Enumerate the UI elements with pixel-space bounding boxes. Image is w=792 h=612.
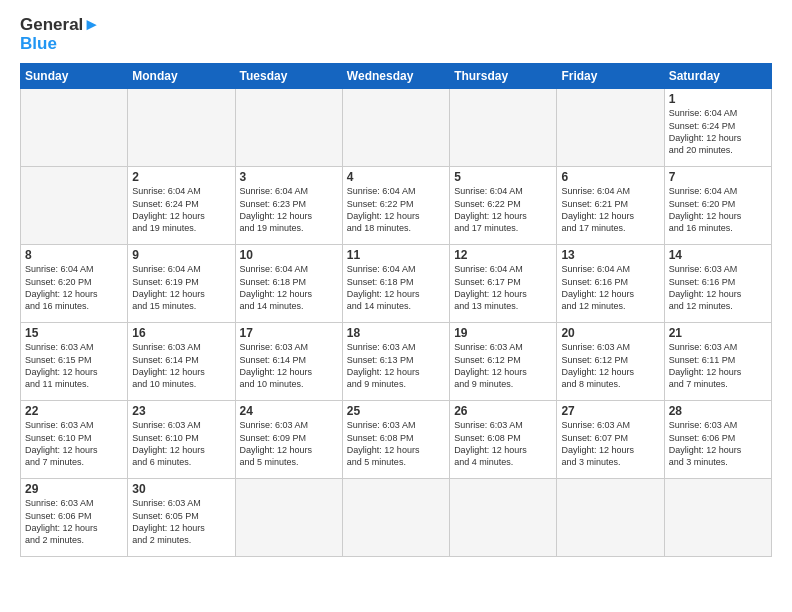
day-number: 8 — [25, 248, 123, 262]
calendar-header-row: SundayMondayTuesdayWednesdayThursdayFrid… — [21, 64, 772, 89]
day-info: Sunrise: 6:03 AM Sunset: 6:12 PM Dayligh… — [561, 341, 659, 390]
calendar-cell: 24Sunrise: 6:03 AM Sunset: 6:09 PM Dayli… — [235, 401, 342, 479]
calendar-cell: 3Sunrise: 6:04 AM Sunset: 6:23 PM Daylig… — [235, 167, 342, 245]
day-number: 17 — [240, 326, 338, 340]
calendar-cell: 30Sunrise: 6:03 AM Sunset: 6:05 PM Dayli… — [128, 479, 235, 557]
day-info: Sunrise: 6:03 AM Sunset: 6:14 PM Dayligh… — [132, 341, 230, 390]
day-number: 16 — [132, 326, 230, 340]
day-info: Sunrise: 6:03 AM Sunset: 6:07 PM Dayligh… — [561, 419, 659, 468]
day-info: Sunrise: 6:03 AM Sunset: 6:06 PM Dayligh… — [25, 497, 123, 546]
day-info: Sunrise: 6:03 AM Sunset: 6:05 PM Dayligh… — [132, 497, 230, 546]
calendar-cell: 6Sunrise: 6:04 AM Sunset: 6:21 PM Daylig… — [557, 167, 664, 245]
calendar-cell: 4Sunrise: 6:04 AM Sunset: 6:22 PM Daylig… — [342, 167, 449, 245]
day-number: 1 — [669, 92, 767, 106]
header: General► Blue — [20, 16, 772, 53]
calendar-cell — [128, 89, 235, 167]
day-info: Sunrise: 6:04 AM Sunset: 6:17 PM Dayligh… — [454, 263, 552, 312]
calendar-cell: 1Sunrise: 6:04 AM Sunset: 6:24 PM Daylig… — [664, 89, 771, 167]
day-number: 4 — [347, 170, 445, 184]
calendar-cell: 28Sunrise: 6:03 AM Sunset: 6:06 PM Dayli… — [664, 401, 771, 479]
calendar-week-4: 22Sunrise: 6:03 AM Sunset: 6:10 PM Dayli… — [21, 401, 772, 479]
day-info: Sunrise: 6:04 AM Sunset: 6:20 PM Dayligh… — [669, 185, 767, 234]
calendar-cell: 22Sunrise: 6:03 AM Sunset: 6:10 PM Dayli… — [21, 401, 128, 479]
day-info: Sunrise: 6:04 AM Sunset: 6:22 PM Dayligh… — [347, 185, 445, 234]
calendar-cell: 29Sunrise: 6:03 AM Sunset: 6:06 PM Dayli… — [21, 479, 128, 557]
calendar-cell: 7Sunrise: 6:04 AM Sunset: 6:20 PM Daylig… — [664, 167, 771, 245]
calendar-week-5: 29Sunrise: 6:03 AM Sunset: 6:06 PM Dayli… — [21, 479, 772, 557]
calendar-cell: 11Sunrise: 6:04 AM Sunset: 6:18 PM Dayli… — [342, 245, 449, 323]
calendar-cell: 20Sunrise: 6:03 AM Sunset: 6:12 PM Dayli… — [557, 323, 664, 401]
header-thursday: Thursday — [450, 64, 557, 89]
calendar-cell — [21, 89, 128, 167]
calendar-cell: 5Sunrise: 6:04 AM Sunset: 6:22 PM Daylig… — [450, 167, 557, 245]
calendar-cell — [235, 479, 342, 557]
day-number: 29 — [25, 482, 123, 496]
calendar-cell: 26Sunrise: 6:03 AM Sunset: 6:08 PM Dayli… — [450, 401, 557, 479]
calendar-week-0: 1Sunrise: 6:04 AM Sunset: 6:24 PM Daylig… — [21, 89, 772, 167]
day-number: 2 — [132, 170, 230, 184]
day-number: 25 — [347, 404, 445, 418]
calendar-week-2: 8Sunrise: 6:04 AM Sunset: 6:20 PM Daylig… — [21, 245, 772, 323]
day-number: 19 — [454, 326, 552, 340]
day-number: 26 — [454, 404, 552, 418]
day-info: Sunrise: 6:03 AM Sunset: 6:16 PM Dayligh… — [669, 263, 767, 312]
calendar-week-3: 15Sunrise: 6:03 AM Sunset: 6:15 PM Dayli… — [21, 323, 772, 401]
calendar-cell: 8Sunrise: 6:04 AM Sunset: 6:20 PM Daylig… — [21, 245, 128, 323]
calendar-table: SundayMondayTuesdayWednesdayThursdayFrid… — [20, 63, 772, 557]
header-saturday: Saturday — [664, 64, 771, 89]
day-info: Sunrise: 6:04 AM Sunset: 6:18 PM Dayligh… — [240, 263, 338, 312]
calendar-cell — [664, 479, 771, 557]
calendar-cell — [21, 167, 128, 245]
calendar-cell — [342, 89, 449, 167]
day-number: 18 — [347, 326, 445, 340]
day-info: Sunrise: 6:04 AM Sunset: 6:24 PM Dayligh… — [669, 107, 767, 156]
day-number: 7 — [669, 170, 767, 184]
calendar-cell — [450, 479, 557, 557]
calendar-cell: 10Sunrise: 6:04 AM Sunset: 6:18 PM Dayli… — [235, 245, 342, 323]
calendar-cell — [557, 479, 664, 557]
header-sunday: Sunday — [21, 64, 128, 89]
day-info: Sunrise: 6:04 AM Sunset: 6:21 PM Dayligh… — [561, 185, 659, 234]
logo-blue: Blue — [20, 35, 100, 54]
day-number: 30 — [132, 482, 230, 496]
day-info: Sunrise: 6:03 AM Sunset: 6:06 PM Dayligh… — [669, 419, 767, 468]
day-number: 24 — [240, 404, 338, 418]
calendar-cell: 12Sunrise: 6:04 AM Sunset: 6:17 PM Dayli… — [450, 245, 557, 323]
day-number: 21 — [669, 326, 767, 340]
day-number: 11 — [347, 248, 445, 262]
header-monday: Monday — [128, 64, 235, 89]
day-number: 28 — [669, 404, 767, 418]
logo: General► Blue — [20, 16, 100, 53]
day-number: 12 — [454, 248, 552, 262]
calendar-cell: 17Sunrise: 6:03 AM Sunset: 6:14 PM Dayli… — [235, 323, 342, 401]
day-number: 20 — [561, 326, 659, 340]
calendar-cell: 2Sunrise: 6:04 AM Sunset: 6:24 PM Daylig… — [128, 167, 235, 245]
day-info: Sunrise: 6:04 AM Sunset: 6:20 PM Dayligh… — [25, 263, 123, 312]
day-info: Sunrise: 6:03 AM Sunset: 6:08 PM Dayligh… — [454, 419, 552, 468]
calendar-cell: 15Sunrise: 6:03 AM Sunset: 6:15 PM Dayli… — [21, 323, 128, 401]
calendar-cell: 27Sunrise: 6:03 AM Sunset: 6:07 PM Dayli… — [557, 401, 664, 479]
page-container: General► Blue SundayMondayTuesdayWednesd… — [0, 0, 792, 567]
day-info: Sunrise: 6:04 AM Sunset: 6:16 PM Dayligh… — [561, 263, 659, 312]
day-number: 27 — [561, 404, 659, 418]
day-number: 22 — [25, 404, 123, 418]
calendar-cell: 16Sunrise: 6:03 AM Sunset: 6:14 PM Dayli… — [128, 323, 235, 401]
day-number: 5 — [454, 170, 552, 184]
day-number: 6 — [561, 170, 659, 184]
day-info: Sunrise: 6:03 AM Sunset: 6:09 PM Dayligh… — [240, 419, 338, 468]
calendar-cell: 9Sunrise: 6:04 AM Sunset: 6:19 PM Daylig… — [128, 245, 235, 323]
day-info: Sunrise: 6:03 AM Sunset: 6:14 PM Dayligh… — [240, 341, 338, 390]
day-info: Sunrise: 6:04 AM Sunset: 6:18 PM Dayligh… — [347, 263, 445, 312]
calendar-cell: 23Sunrise: 6:03 AM Sunset: 6:10 PM Dayli… — [128, 401, 235, 479]
day-info: Sunrise: 6:04 AM Sunset: 6:23 PM Dayligh… — [240, 185, 338, 234]
calendar-cell: 13Sunrise: 6:04 AM Sunset: 6:16 PM Dayli… — [557, 245, 664, 323]
calendar-cell: 19Sunrise: 6:03 AM Sunset: 6:12 PM Dayli… — [450, 323, 557, 401]
calendar-cell: 25Sunrise: 6:03 AM Sunset: 6:08 PM Dayli… — [342, 401, 449, 479]
day-info: Sunrise: 6:04 AM Sunset: 6:24 PM Dayligh… — [132, 185, 230, 234]
calendar-cell: 18Sunrise: 6:03 AM Sunset: 6:13 PM Dayli… — [342, 323, 449, 401]
day-number: 10 — [240, 248, 338, 262]
calendar-cell — [557, 89, 664, 167]
calendar-cell — [342, 479, 449, 557]
day-info: Sunrise: 6:03 AM Sunset: 6:12 PM Dayligh… — [454, 341, 552, 390]
day-info: Sunrise: 6:04 AM Sunset: 6:22 PM Dayligh… — [454, 185, 552, 234]
